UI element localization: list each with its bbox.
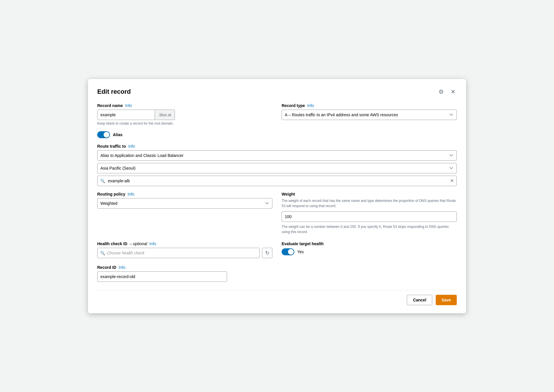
save-button[interactable]: Save (436, 295, 457, 305)
evaluate-yes-label: Yes (297, 250, 304, 254)
clear-icon: ✕ (450, 178, 454, 183)
health-check-grid: Health check ID – optional Info 🔍 ↻ Eval… (97, 241, 457, 258)
record-type-info-link[interactable]: Info (307, 103, 314, 108)
route-search-input[interactable] (97, 176, 457, 186)
modal-footer: Cancel Save (97, 290, 457, 305)
weight-hint: The weight can be a number between 0 and… (282, 224, 457, 235)
record-id-section: Record ID Info (97, 265, 457, 282)
record-name-input[interactable] (97, 110, 155, 120)
evaluate-toggle-row: Yes (282, 248, 457, 255)
health-check-input[interactable] (97, 248, 260, 258)
alias-toggle[interactable] (97, 131, 110, 138)
route-search-clear-button[interactable]: ✕ (450, 178, 454, 183)
record-name-row: .blux.ai (97, 110, 272, 120)
record-type-label: Record type Info (282, 103, 457, 108)
route-search-wrapper: 🔍 ✕ (97, 176, 457, 186)
health-check-refresh-button[interactable]: ↻ (262, 248, 272, 258)
routing-policy-section: Routing policy Info WeightedSimpleLatenc… (97, 192, 272, 235)
record-type-select[interactable]: A – Routes traffic to an IPv4 address an… (282, 110, 457, 120)
modal-title: Edit record (97, 88, 131, 95)
evaluate-toggle[interactable] (282, 248, 294, 255)
edit-record-modal: Edit record ⚙ ✕ Record name Info .blux.a… (88, 79, 466, 313)
evaluate-toggle-thumb (288, 249, 294, 255)
alias-label: Alias (113, 132, 122, 137)
record-id-info-link[interactable]: Info (119, 265, 125, 270)
record-name-section: Record name Info .blux.ai Keep blank to … (97, 103, 272, 125)
refresh-icon: ↻ (265, 250, 269, 256)
health-check-section: Health check ID – optional Info 🔍 ↻ (97, 241, 272, 258)
health-check-label: Health check ID – optional Info (97, 241, 272, 246)
evaluate-toggle-track (282, 248, 294, 255)
routing-policy-label: Routing policy Info (97, 192, 272, 196)
evaluate-target-health-section: Evaluate target health Yes (282, 241, 457, 258)
top-fields-grid: Record name Info .blux.ai Keep blank to … (97, 103, 457, 131)
cancel-button[interactable]: Cancel (407, 295, 432, 305)
alias-toggle-thumb (104, 132, 109, 138)
evaluate-label: Evaluate target health (282, 241, 457, 246)
modal-header: Edit record ⚙ ✕ (97, 87, 457, 96)
weight-input[interactable] (282, 211, 457, 222)
routing-policy-select[interactable]: WeightedSimpleLatencyFailoverGeolocation… (97, 198, 272, 209)
weight-label: Weight (282, 192, 457, 196)
gear-icon: ⚙ (439, 88, 444, 95)
record-name-helper: Keep blank to create a record for the ro… (97, 121, 272, 125)
routing-policy-info-link[interactable]: Info (128, 192, 134, 196)
route-region-select[interactable]: Asia Pacific (Seoul) (97, 163, 457, 173)
record-id-input[interactable] (97, 271, 227, 282)
close-icon: ✕ (451, 88, 456, 95)
health-check-info-link[interactable]: Info (149, 241, 156, 246)
record-id-label: Record ID Info (97, 265, 457, 270)
route-target-select[interactable]: Alias to Application and Classic Load Ba… (97, 150, 457, 161)
alias-toggle-row: Alias (97, 131, 457, 138)
domain-suffix: .blux.ai (155, 110, 175, 120)
route-traffic-section: Route traffic to Info Alias to Applicati… (97, 144, 457, 186)
header-icons: ⚙ ✕ (437, 87, 457, 96)
record-name-label: Record name Info (97, 103, 272, 108)
settings-button[interactable]: ⚙ (437, 87, 445, 96)
route-traffic-label: Route traffic to Info (97, 144, 457, 149)
weight-section: Weight The weight of each record that ha… (282, 192, 457, 235)
alias-toggle-track (97, 131, 110, 138)
route-traffic-selects: Alias to Application and Classic Load Ba… (97, 150, 457, 186)
health-check-optional: – optional (130, 241, 147, 246)
record-type-section: Record type Info A – Routes traffic to a… (282, 103, 457, 125)
health-check-input-row: 🔍 ↻ (97, 248, 272, 258)
record-name-info-link[interactable]: Info (125, 103, 132, 108)
close-button[interactable]: ✕ (450, 87, 457, 96)
weight-description: The weight of each record that has the s… (282, 198, 457, 209)
routing-weight-grid: Routing policy Info WeightedSimpleLatenc… (97, 192, 457, 235)
health-check-search-wrapper: 🔍 (97, 248, 260, 258)
route-traffic-info-link[interactable]: Info (128, 144, 135, 149)
